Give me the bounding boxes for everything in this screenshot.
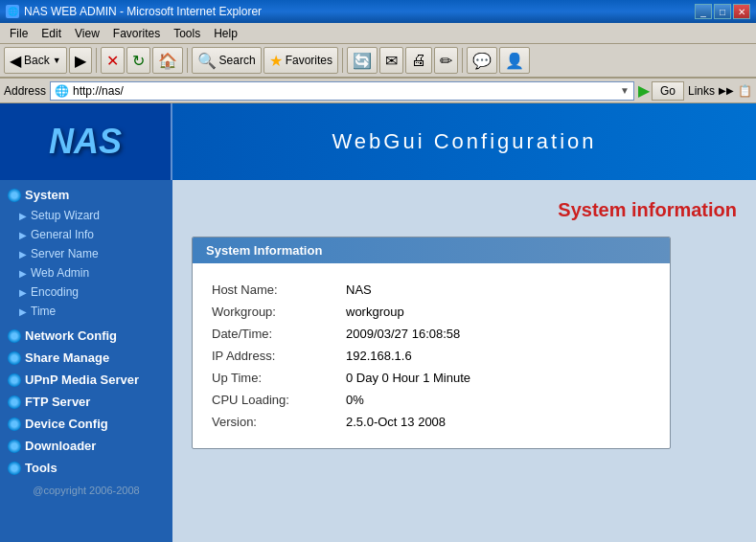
- encoding-label: Encoding: [31, 285, 79, 299]
- header-title: WebGui Configuration: [332, 129, 596, 153]
- home-button[interactable]: 🏠: [152, 47, 183, 74]
- sidebar-item-time[interactable]: ▶ Time: [0, 302, 172, 321]
- links-chevron-icon[interactable]: ▶▶: [719, 85, 734, 96]
- discuss-button[interactable]: 💬: [467, 47, 497, 74]
- favorites-icon: ★: [269, 52, 283, 70]
- toolbar-separator-1: [96, 48, 97, 73]
- sidebar-item-network-config[interactable]: Network Config: [0, 325, 172, 347]
- info-row-cpu: CPU Loading: 0%: [212, 389, 651, 411]
- uptime-label: Up Time:: [212, 371, 346, 385]
- refresh-icon: ↻: [132, 52, 145, 70]
- title-bar: 🌐 NAS WEB ADMIN - Microsoft Internet Exp…: [0, 0, 756, 23]
- general-info-label: General Info: [31, 228, 94, 241]
- toolbar-separator-2: [187, 48, 188, 73]
- address-icon: 🌐: [55, 84, 69, 98]
- minimize-button[interactable]: _: [695, 4, 712, 19]
- network-config-label: Network Config: [25, 328, 117, 343]
- back-icon: ◀: [10, 52, 21, 70]
- mail-button[interactable]: ✉: [379, 47, 403, 74]
- window-controls[interactable]: _ □ ✕: [695, 4, 750, 19]
- sidebar-item-upnp-media[interactable]: UPnP Media Server: [0, 369, 172, 391]
- forward-button[interactable]: ▶: [69, 47, 92, 74]
- sidebar-item-tools[interactable]: Tools: [0, 457, 172, 479]
- sidebar-item-general-info[interactable]: ▶ General Info: [0, 225, 172, 244]
- go-button[interactable]: Go: [652, 81, 684, 101]
- edit-button[interactable]: ✏: [434, 47, 458, 74]
- version-value: 2.5.0-Oct 13 2008: [346, 415, 446, 429]
- hostname-label: Host Name:: [212, 282, 346, 297]
- header-logo: NAS: [0, 103, 172, 180]
- sidebar-item-ftp-server[interactable]: FTP Server: [0, 391, 172, 413]
- toolbar-separator-4: [462, 48, 463, 73]
- arrow-icon: ▶: [19, 230, 27, 240]
- close-button[interactable]: ✕: [733, 4, 750, 19]
- address-dropdown-icon[interactable]: ▼: [620, 85, 630, 96]
- media-button[interactable]: 🔄: [347, 47, 378, 74]
- sidebar-item-system[interactable]: System: [0, 184, 172, 206]
- web-admin-label: Web Admin: [31, 266, 89, 280]
- datetime-label: Date/Time:: [212, 327, 346, 341]
- hostname-value: NAS: [346, 282, 372, 297]
- window-title: NAS WEB ADMIN - Microsoft Internet Explo…: [24, 5, 262, 18]
- edit-icon: ✏: [440, 52, 452, 70]
- mail-icon: ✉: [385, 52, 398, 70]
- menu-favorites[interactable]: Favorites: [107, 25, 166, 42]
- maximize-button[interactable]: □: [714, 4, 731, 19]
- arrow-icon: ▶: [19, 287, 27, 298]
- messenger-button[interactable]: 👤: [499, 47, 530, 74]
- sidebar-section-system: System ▶ Setup Wizard ▶ General Info ▶ S…: [0, 180, 172, 325]
- arrow-icon: ▶: [19, 211, 27, 221]
- sidebar-item-share-manage[interactable]: Share Manage: [0, 347, 172, 369]
- menu-help[interactable]: Help: [208, 25, 243, 42]
- sidebar-system-label: System: [25, 188, 69, 202]
- toolbar: ◀ Back ▼ ▶ ✕ ↻ 🏠 🔍 Search ★ Favorites 🔄 …: [0, 44, 756, 79]
- links-button[interactable]: Links: [688, 84, 715, 98]
- sidebar-item-web-admin[interactable]: ▶ Web Admin: [0, 263, 172, 282]
- main-window: NAS WebGui Configuration System ▶ Setup …: [0, 103, 756, 542]
- sidebar-item-downloader[interactable]: Downloader: [0, 435, 172, 457]
- menu-view[interactable]: View: [69, 25, 105, 42]
- sidebar-item-device-config[interactable]: Device Config: [0, 413, 172, 435]
- sidebar-item-encoding[interactable]: ▶ Encoding: [0, 282, 172, 302]
- info-row-workgroup: Workgroup: workgroup: [212, 301, 651, 323]
- sidebar-item-setup-wizard[interactable]: ▶ Setup Wizard: [0, 206, 172, 225]
- address-input-wrap[interactable]: 🌐 ▼: [50, 81, 634, 101]
- bullet-icon: [8, 189, 21, 202]
- panel-header: System information: [192, 199, 737, 221]
- info-row-hostname: Host Name: NAS: [212, 279, 651, 301]
- back-button[interactable]: ◀ Back ▼: [4, 47, 67, 74]
- refresh-button[interactable]: ↻: [126, 47, 150, 74]
- cpu-value: 0%: [346, 393, 364, 407]
- forward-icon: ▶: [75, 52, 86, 70]
- info-box-header: System Information: [193, 237, 670, 263]
- favorites-button[interactable]: ★ Favorites: [263, 47, 338, 74]
- search-icon: 🔍: [197, 52, 217, 70]
- search-button[interactable]: 🔍 Search: [192, 47, 262, 74]
- system-info-box: System Information Host Name: NAS Workgr…: [192, 237, 671, 449]
- cpu-label: CPU Loading:: [212, 393, 346, 407]
- stop-icon: ✕: [106, 52, 119, 70]
- menu-file[interactable]: File: [4, 25, 34, 42]
- upnp-media-label: UPnP Media Server: [25, 373, 139, 387]
- bullet-icon: [8, 440, 21, 453]
- sidebar: System ▶ Setup Wizard ▶ General Info ▶ S…: [0, 180, 172, 542]
- main-panel: System information System Information Ho…: [172, 180, 756, 542]
- back-dropdown-icon[interactable]: ▼: [53, 56, 61, 65]
- home-icon: 🏠: [158, 52, 177, 70]
- back-label: Back: [24, 54, 50, 67]
- print-button[interactable]: 🖨: [405, 47, 432, 74]
- app-icon: 🌐: [6, 5, 19, 18]
- sidebar-item-server-name[interactable]: ▶ Server Name: [0, 244, 172, 263]
- server-name-label: Server Name: [31, 247, 99, 260]
- address-input[interactable]: [73, 84, 620, 98]
- workgroup-label: Workgroup:: [212, 305, 346, 319]
- bullet-icon: [8, 418, 21, 431]
- go-arrow-icon: ▶: [638, 81, 650, 100]
- toolbar-extra-icon[interactable]: 📋: [738, 84, 752, 98]
- setup-wizard-label: Setup Wizard: [31, 209, 100, 222]
- stop-button[interactable]: ✕: [101, 47, 125, 74]
- info-row-ipaddress: IP Address: 192.168.1.6: [212, 345, 651, 367]
- menu-tools[interactable]: Tools: [168, 25, 206, 42]
- menu-edit[interactable]: Edit: [35, 25, 67, 42]
- ftp-server-label: FTP Server: [25, 395, 90, 409]
